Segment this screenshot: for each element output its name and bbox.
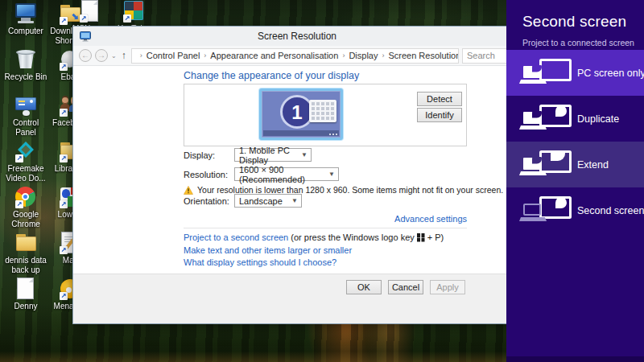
shortcut-arrow-icon: ↗ — [60, 246, 68, 254]
keypad-graphic — [309, 100, 336, 122]
icon-label: dennis data back up — [3, 256, 48, 274]
breadcrumb-display[interactable]: Display — [349, 51, 378, 60]
desktop-icon-recycle-bin[interactable]: Recycle Bin — [3, 48, 48, 82]
option-label: PC screen only — [577, 68, 644, 79]
desktop-icon-denny[interactable]: Denny — [3, 278, 48, 311]
orientation-label: Orientation: — [184, 196, 229, 206]
charm-subtitle: Project to a connected screen — [522, 38, 644, 47]
up-button[interactable]: ↑ — [122, 50, 126, 61]
shortcut-arrow-icon: ↗ — [60, 17, 68, 25]
identify-button[interactable]: Identify — [417, 108, 462, 122]
shortcut-arrow-icon: ↗ — [60, 200, 68, 208]
monitor-taskbar-graphic — [263, 130, 339, 136]
address-field[interactable]: › Control Panel › Appearance and Persona… — [131, 48, 459, 64]
chevron-down-icon: ▼ — [291, 197, 298, 204]
icon-label: Computer — [3, 27, 48, 36]
ok-button[interactable]: OK — [346, 280, 382, 294]
option-label: Second screen only — [577, 205, 644, 216]
shortcut-arrow-icon: ↗ — [80, 14, 88, 23]
desktop-icon-control-panel[interactable]: Control Panel — [3, 94, 48, 137]
monitor-dots — [336, 134, 337, 135]
chevron-down-icon: ▼ — [328, 171, 335, 178]
display-settings-help-link[interactable]: What display settings should I choose? — [184, 257, 336, 267]
icon-label: Control Panel — [3, 118, 48, 137]
desktop-screen: Computer ↗ Downloads Shortcut ↗ MSN.com … — [0, 0, 644, 362]
breadcrumb-appearance[interactable]: Appearance and Personalisation — [210, 51, 338, 60]
youtube-shortcut-icon: ↗ — [121, 0, 147, 23]
project-second-screen-row: Project to a second screen (or press the… — [184, 232, 444, 242]
shortcut-arrow-icon: ↗ — [60, 109, 68, 117]
recycle-bin-icon — [13, 48, 39, 71]
make-text-larger-link[interactable]: Make text and other items larger or smal… — [184, 245, 352, 255]
resolution-label: Resolution: — [184, 170, 228, 179]
recent-pages-chevron-icon[interactable]: ⌄ — [111, 52, 117, 60]
monitor-preview[interactable]: 1 — [259, 88, 343, 140]
option-second-screen-only[interactable]: Second screen only — [506, 187, 644, 233]
shortcut-arrow-icon: ↗ — [15, 200, 23, 208]
desktop-icon-dennis-data[interactable]: dennis data back up — [3, 232, 48, 274]
option-duplicate[interactable]: Duplicate — [506, 96, 644, 142]
display-dropdown-value: 1. Mobile PC Display — [239, 146, 296, 165]
page-title: Change the appearance of your display — [184, 70, 359, 81]
section-divider — [184, 228, 467, 228]
shortcut-arrow-icon: ↗ — [60, 154, 68, 162]
project-second-screen-link[interactable]: Project to a second screen — [184, 232, 288, 242]
display-preview-box: 1 Detect Identify — [184, 84, 467, 146]
pc-screen-only-icon — [519, 59, 571, 88]
advanced-settings-link[interactable]: Advanced settings — [394, 214, 467, 224]
window-content: Change the appearance of your display 1 … — [73, 66, 521, 274]
orientation-dropdown[interactable]: Landscape ▼ — [234, 194, 302, 208]
dialog-footer: OK Cancel Apply — [73, 274, 521, 323]
warning-icon — [184, 186, 193, 195]
icon-label: Recycle Bin — [3, 72, 48, 82]
diamond-shortcut-icon: ↗ — [13, 140, 39, 162]
window-title: Screen Resolution — [73, 31, 521, 42]
crumb-separator: › — [342, 51, 345, 60]
forward-button[interactable]: → — [95, 49, 108, 62]
option-label: Duplicate — [577, 113, 619, 125]
icon-label: Freemake Video Do... — [3, 164, 48, 183]
desktop-icon-freemake[interactable]: ↗ Freemake Video Do... — [3, 140, 48, 183]
desktop-icon-computer[interactable]: Computer — [3, 2, 48, 36]
display-dropdown[interactable]: 1. Mobile PC Display ▼ — [234, 148, 312, 162]
windows-logo-key-icon — [417, 233, 425, 241]
shortcut-arrow-icon: ↗ — [60, 292, 68, 300]
display-label: Display: — [184, 150, 215, 160]
extend-icon — [519, 150, 571, 179]
crumb-separator: › — [204, 51, 206, 60]
address-bar: ← → ⌄ ↑ › Control Panel › Appearance and… — [73, 46, 521, 66]
breadcrumb-control-panel[interactable]: Control Panel — [147, 51, 200, 60]
project-suffix-text2: + P) — [427, 232, 444, 242]
icon-label: Google Chrome — [3, 210, 48, 228]
option-label: Extend — [577, 159, 609, 171]
second-screen-charm-panel: Second screen Project to a connected scr… — [506, 0, 644, 362]
title-bar[interactable]: Screen Resolution — [73, 27, 521, 46]
resolution-dropdown-value: 1600 × 900 (Recommended) — [239, 165, 324, 184]
chrome-shortcut-icon: ↗ — [13, 186, 39, 208]
detect-button[interactable]: Detect — [417, 92, 462, 106]
shortcut-arrow-icon: ↗ — [15, 154, 23, 162]
option-pc-screen-only[interactable]: PC screen only — [506, 50, 644, 96]
chevron-down-icon: ▼ — [301, 151, 308, 158]
back-button[interactable]: ← — [79, 49, 92, 62]
app-icon — [80, 31, 91, 42]
screen-resolution-window: Screen Resolution ← → ⌄ ↑ › Control Pane… — [72, 26, 522, 324]
computer-icon — [13, 2, 39, 25]
apply-button[interactable]: Apply — [430, 280, 465, 294]
charm-title: Second screen — [522, 13, 644, 31]
resolution-warning: Your resolution is lower than 1280 x 960… — [184, 185, 503, 195]
duplicate-icon — [519, 105, 571, 134]
breadcrumb-screen-resolution[interactable]: Screen Resolution — [388, 51, 459, 60]
crumb-separator: › — [382, 51, 384, 60]
folder-icon — [13, 232, 39, 254]
resolution-dropdown[interactable]: 1600 × 900 (Recommended) ▼ — [234, 167, 339, 181]
cancel-button[interactable]: Cancel — [388, 280, 423, 294]
option-extend[interactable]: Extend — [506, 142, 644, 187]
project-suffix-text: (or press the Windows logo key — [291, 232, 414, 242]
desktop-icon-google-chrome[interactable]: ↗ Google Chrome — [3, 186, 48, 228]
second-screen-only-icon — [519, 196, 571, 225]
shortcut-arrow-icon: ↗ — [123, 14, 131, 23]
orientation-dropdown-value: Landscape — [239, 196, 283, 206]
crumb-separator: › — [140, 51, 142, 60]
document-shortcut-icon: ↗ — [77, 0, 103, 23]
